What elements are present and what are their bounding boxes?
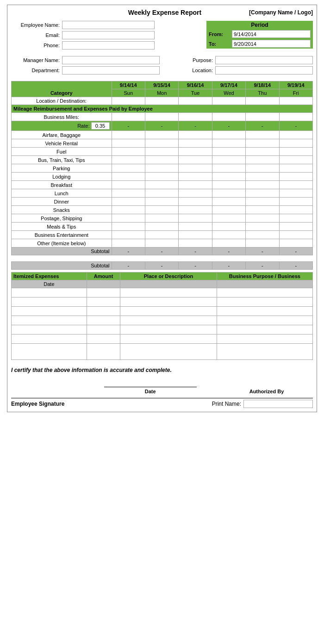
list-item — [12, 316, 313, 325]
airfare-fri[interactable] — [279, 131, 312, 139]
subtotal-row-2: Subtotal - - - - - - — [12, 262, 313, 270]
rate-value[interactable]: 0.35 — [91, 122, 110, 130]
table-row: Business Entertainment — [12, 231, 313, 239]
rate-wed: - — [212, 121, 245, 131]
date-sun: 9/14/14 — [112, 81, 145, 89]
rate-thu: - — [246, 121, 279, 131]
phone-input[interactable] — [62, 41, 155, 50]
rate-fri: - — [279, 121, 312, 131]
period-to-value: 9/20/2014 — [232, 40, 311, 48]
table-row: Breakfast — [12, 181, 313, 189]
email-label: Email: — [11, 32, 62, 38]
print-name-label: Print Name: — [212, 401, 241, 407]
loc-sun[interactable] — [112, 97, 145, 105]
table-row: Dinner — [12, 198, 313, 206]
airfare-tue[interactable] — [179, 131, 212, 139]
table-row: Parking — [12, 164, 313, 173]
day-tue: Tue — [179, 89, 212, 97]
signature-section: Date Authorized By Employee Signature Pr… — [11, 378, 313, 408]
miles-mon[interactable] — [145, 113, 178, 121]
date-sig-line — [104, 378, 197, 387]
table-row: Lodging — [12, 173, 313, 181]
purpose-label: Purpose: — [164, 57, 215, 63]
loc-wed[interactable] — [212, 97, 245, 105]
period-from-value: 9/14/2014 — [232, 30, 311, 38]
location-label: Location: — [164, 68, 215, 73]
miles-thu[interactable] — [246, 113, 279, 121]
purpose-input[interactable] — [215, 56, 313, 64]
mileage-section-header: Mileage Reimbursement and Expenses Paid … — [12, 105, 313, 113]
from-label: From: — [209, 31, 232, 37]
page-title: Weekly Expense Report — [81, 9, 249, 16]
row-label-snacks: Snacks — [12, 206, 112, 214]
airfare-thu[interactable] — [246, 131, 279, 139]
manager-input[interactable] — [62, 56, 160, 64]
sub2-tue: - — [179, 262, 212, 270]
miles-fri[interactable] — [279, 113, 312, 121]
sub2-fri: - — [279, 262, 312, 270]
row-label-biz-entertainment: Business Entertainment — [12, 231, 112, 239]
list-item — [12, 325, 313, 334]
company-logo: [Company Name / Logo] — [249, 9, 313, 16]
day-fri: Fri — [279, 89, 312, 97]
row-label-other: Other (Itemize below) — [12, 239, 112, 248]
row-label-dinner: Dinner — [12, 198, 112, 206]
miles-tue[interactable] — [179, 113, 212, 121]
day-mon: Mon — [145, 89, 178, 97]
row-label-fuel: Fuel — [12, 148, 112, 156]
department-label: Department: — [11, 68, 62, 73]
subtotal-label-2: Subtotal — [12, 262, 112, 270]
email-input[interactable] — [62, 31, 155, 39]
subtotal-row-1: Subtotal - - - - - - — [12, 248, 313, 255]
sub1-wed: - — [212, 248, 245, 255]
row-label-postage: Postage, Shipping — [12, 214, 112, 223]
row-label-breakfast: Breakfast — [12, 181, 112, 189]
list-item — [12, 288, 313, 297]
date-fri: 9/19/14 — [279, 81, 312, 89]
row-label-parking: Parking — [12, 164, 112, 173]
table-row: Snacks — [12, 206, 313, 214]
loc-tue[interactable] — [179, 97, 212, 105]
row-label-lunch: Lunch — [12, 189, 112, 198]
date-tue: 9/16/14 — [179, 81, 212, 89]
list-item — [12, 344, 313, 360]
sub2-thu: - — [246, 262, 279, 270]
department-input[interactable] — [62, 66, 160, 74]
table-row: Vehicle Rental — [12, 139, 313, 148]
itemized-place-label: Place or Description — [120, 272, 217, 280]
airfare-wed[interactable] — [212, 131, 245, 139]
itemized-date-header-row: Date — [12, 280, 313, 288]
table-row: Bus, Train, Taxi, Tips — [12, 156, 313, 164]
day-wed: Wed — [212, 89, 245, 97]
table-row: Postage, Shipping — [12, 214, 313, 223]
loc-fri[interactable] — [279, 97, 312, 105]
sub1-sun: - — [112, 248, 145, 255]
table-row: Airfare, Baggage — [12, 131, 313, 139]
list-item — [12, 297, 313, 307]
emp-sig-row: Employee Signature Print Name: — [11, 398, 313, 408]
rate-sun: - — [112, 121, 145, 131]
row-label-lodging: Lodging — [12, 173, 112, 181]
row-label-meals: Meals & Tips — [12, 223, 112, 231]
certify-text: I certify that the above information is … — [11, 367, 313, 373]
authorized-label: Authorized By — [220, 389, 313, 394]
period-header: Period — [206, 21, 313, 29]
rate-label: Rate: 0.35 — [12, 121, 112, 131]
miles-wed[interactable] — [212, 113, 245, 121]
loc-thu[interactable] — [246, 97, 279, 105]
sub1-tue: - — [179, 248, 212, 255]
employee-name-input[interactable] — [62, 21, 155, 29]
table-row: Other (Itemize below) — [12, 239, 313, 248]
sub2-wed: - — [212, 262, 245, 270]
spacer-row — [12, 255, 313, 262]
loc-mon[interactable] — [145, 97, 178, 105]
list-item — [12, 334, 313, 344]
print-name-input[interactable] — [243, 400, 313, 408]
location-input[interactable] — [215, 66, 313, 74]
airfare-mon[interactable] — [145, 131, 178, 139]
airfare-sun[interactable] — [112, 131, 145, 139]
manager-label: Manager Name: — [11, 57, 62, 63]
miles-sun[interactable] — [112, 113, 145, 121]
table-row: Fuel — [12, 148, 313, 156]
itemized-purpose-label: Business Purpose / Business — [217, 272, 312, 280]
